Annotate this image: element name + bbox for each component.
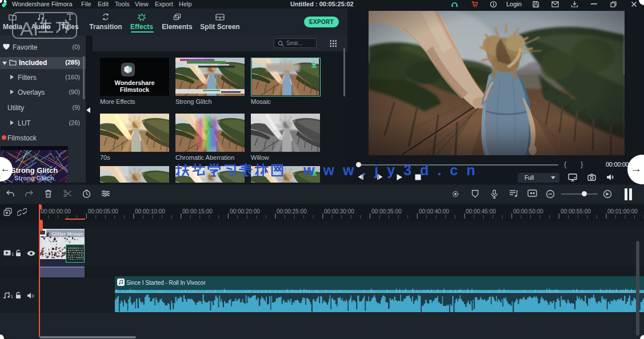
svg-text:0: 0 <box>32 293 34 298</box>
svg-text:1: 1 <box>11 252 14 257</box>
svg-text:Strong Glitch: Strong Glitch <box>11 166 58 175</box>
svg-text:Glitter Mosaic: Glitter Mosaic <box>51 231 83 237</box>
svg-text:1: 1 <box>11 294 14 299</box>
svg-text:Strong Glitch: Strong Glitch <box>14 175 54 181</box>
